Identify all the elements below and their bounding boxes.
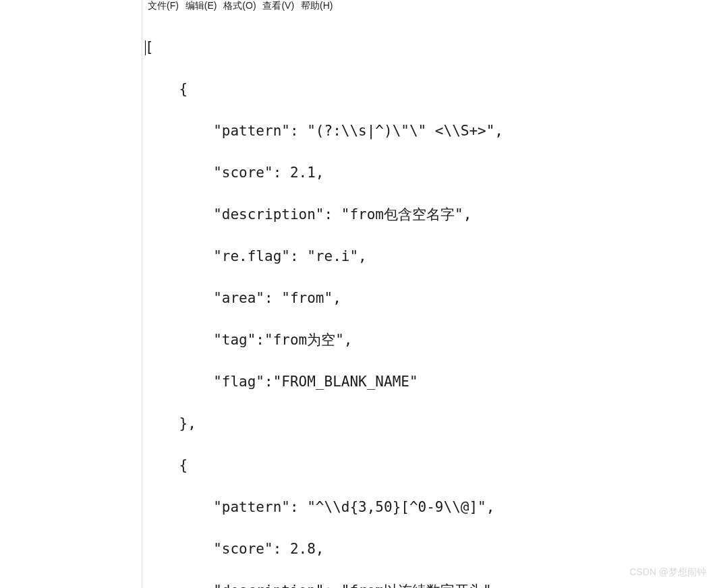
menu-format[interactable]: 格式(O) bbox=[223, 0, 256, 12]
code-line: "score": 2.1, bbox=[145, 163, 713, 183]
code-line: [ bbox=[145, 37, 713, 58]
code-line: { bbox=[145, 79, 713, 100]
code-line: "description": "from包含空名字", bbox=[145, 204, 713, 225]
text-editor-content[interactable]: [ { "pattern": "(?:\\s|^)\"\" <\\S+>", "… bbox=[142, 13, 713, 588]
menu-help[interactable]: 帮助(H) bbox=[301, 0, 333, 12]
code-line: "pattern": "(?:\\s|^)\"\" <\\S+>", bbox=[145, 121, 713, 142]
code-line: "area": "from", bbox=[145, 288, 713, 309]
editor-area: 文件(F) 编辑(E) 格式(O) 查看(V) 帮助(H) [ { "patte… bbox=[142, 0, 713, 588]
code-line: "flag":"FROM_BLANK_NAME" bbox=[145, 372, 713, 392]
menu-view[interactable]: 查看(V) bbox=[262, 0, 294, 12]
code-line: "tag":"from为空", bbox=[145, 330, 713, 351]
menu-file[interactable]: 文件(F) bbox=[148, 0, 179, 12]
menu-bar: 文件(F) 编辑(E) 格式(O) 查看(V) 帮助(H) bbox=[142, 0, 713, 13]
code-line: "score": 2.8, bbox=[145, 539, 713, 560]
code-line: }, bbox=[145, 413, 713, 434]
code-text: [ bbox=[145, 39, 154, 55]
left-blank-panel bbox=[0, 0, 142, 588]
code-line: "re.flag": "re.i", bbox=[145, 246, 713, 267]
watermark: CSDN @梦想闹钟 bbox=[629, 566, 706, 579]
code-line: "pattern": "^\\d{3,50}[^0-9\\@]", bbox=[145, 497, 713, 518]
code-line: "description": "from以连续数字开头", bbox=[145, 581, 713, 588]
menu-edit[interactable]: 编辑(E) bbox=[186, 0, 217, 12]
code-line: { bbox=[145, 455, 713, 476]
